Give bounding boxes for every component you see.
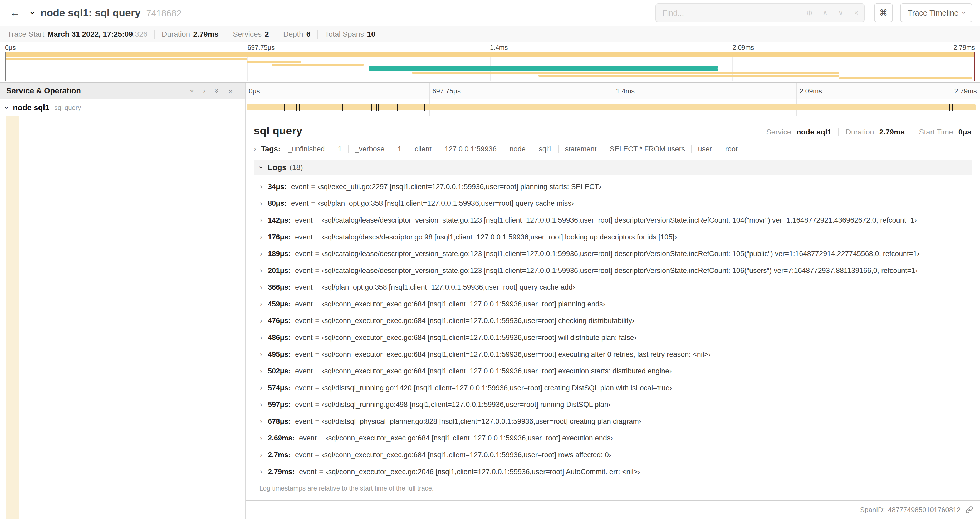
log-marker-tick	[371, 104, 372, 111]
log-marker-tick	[367, 104, 367, 111]
equals-sign: =	[315, 350, 319, 359]
minimap-span	[247, 61, 301, 63]
info-suffix: .326	[133, 30, 147, 38]
minimap-span	[369, 69, 718, 71]
collapse-all-icon[interactable]: »	[213, 89, 221, 93]
span-bar-cell[interactable]	[245, 99, 980, 116]
minimap-span	[369, 66, 718, 68]
log-field-key: event	[295, 367, 313, 375]
collapse-trace-chevron-icon[interactable]: ›	[28, 11, 38, 14]
chevron-right-icon: ›	[260, 417, 262, 425]
span-children-chevron-icon[interactable]: ›	[3, 107, 11, 109]
log-field-value: ‹sql/plan_opt.go:358 [nsql1,client=127.0…	[318, 199, 574, 208]
log-row[interactable]: › 678μs: event = ‹sql/distsql_physical_p…	[254, 413, 972, 430]
timeline-right-drag-line[interactable]	[975, 99, 976, 116]
span-table-header: Service & Operation › › » »	[0, 83, 245, 99]
log-row[interactable]: › 80μs: event = ‹sql/plan_opt.go:358 [ns…	[254, 195, 972, 212]
log-row[interactable]: › 34μs: event = ‹sql/exec_util.go:2297 […	[254, 178, 972, 195]
keyboard-shortcuts-button[interactable]: ⌘	[874, 3, 893, 22]
log-time: 495μs:	[268, 350, 291, 359]
span-bar[interactable]	[247, 104, 975, 110]
log-field-value: ‹sql/conn_executor_exec.go:684 [nsql1,cl…	[322, 300, 605, 308]
log-row[interactable]: › 597μs: event = ‹sql/distsql_running.go…	[254, 396, 972, 413]
minimap-canvas[interactable]	[5, 52, 975, 81]
prev-match-icon[interactable]: ∧	[817, 8, 833, 17]
log-time: 2.7ms:	[268, 451, 291, 459]
tags-accordion[interactable]: › Tags: _unfinished = 1 _verbose = 1 cli…	[254, 145, 972, 153]
minimap-span	[538, 75, 839, 77]
find-input[interactable]	[656, 4, 802, 22]
tag-value: 1	[338, 145, 342, 153]
timeline-header-row: Service & Operation › › » » 0μs697.75μs1…	[0, 83, 980, 99]
info-value: 2	[265, 30, 269, 38]
timeline-right-drag-line[interactable]	[975, 83, 976, 99]
logs-accordion-header[interactable]: › Logs (18)	[254, 160, 972, 175]
minimap-left-scrubber[interactable]	[5, 52, 6, 81]
log-row[interactable]: › 495μs: event = ‹sql/conn_executor_exec…	[254, 346, 972, 363]
next-match-icon[interactable]: ∨	[833, 8, 848, 17]
expand-one-icon[interactable]: ›	[203, 86, 205, 95]
equals-sign: =	[315, 267, 319, 275]
chevron-right-icon: ›	[260, 401, 262, 409]
trace-info-bar: Trace Start March 31 2022, 17:25:09 .326…	[0, 26, 980, 43]
trace-info-item: Depth 6	[276, 30, 317, 38]
log-row[interactable]: › 201μs: event = ‹sql/catalog/lease/desc…	[254, 262, 972, 279]
chevron-right-icon: ›	[260, 468, 262, 476]
log-row[interactable]: › 142μs: event = ‹sql/catalog/lease/desc…	[254, 212, 972, 228]
chevron-right-icon: ›	[260, 434, 262, 442]
equals-sign: =	[315, 233, 319, 241]
trace-minimap[interactable]: 0μs697.75μs1.4ms2.09ms2.79ms	[0, 43, 980, 83]
span-name-cell[interactable]: › node sql1 sql query	[0, 99, 245, 116]
minimap-span	[272, 64, 364, 65]
minimap-right-scrubber[interactable]	[974, 52, 975, 81]
chevron-right-icon: ›	[260, 334, 262, 342]
log-field-key: event	[295, 400, 313, 409]
equals-sign: =	[311, 182, 315, 191]
trace-view-selector-button[interactable]: Trace Timeline ›	[900, 3, 972, 22]
trace-info-item: Total Spans 10	[317, 30, 382, 38]
logs-footnote: Log timestamps are relative to the start…	[259, 484, 973, 492]
logs-list: › 34μs: event = ‹sql/exec_util.go:2297 […	[254, 175, 972, 480]
log-row[interactable]: › 476μs: event = ‹sql/conn_executor_exec…	[254, 313, 972, 329]
log-row[interactable]: › 486μs: event = ‹sql/conn_executor_exec…	[254, 329, 972, 346]
log-marker-tick	[293, 104, 293, 111]
chevron-right-icon: ›	[260, 216, 262, 224]
log-row[interactable]: › 176μs: event = ‹sql/catalog/descs/desc…	[254, 228, 972, 246]
tag-key: _verbose	[355, 145, 384, 153]
link-icon[interactable]	[966, 506, 973, 513]
log-time: 201μs:	[268, 267, 291, 275]
tags-label: Tags:	[261, 145, 280, 153]
log-row[interactable]: › 189μs: event = ‹sql/catalog/lease/desc…	[254, 245, 972, 262]
command-icon: ⌘	[879, 8, 888, 18]
equals-sign: =	[315, 384, 319, 392]
log-field-value: ‹sql/exec_util.go:2297 [nsql1,client=127…	[318, 182, 601, 191]
log-field-key: event	[295, 267, 313, 275]
log-row[interactable]: › 574μs: event = ‹sql/distsql_running.go…	[254, 380, 972, 396]
chevron-right-icon: ›	[260, 451, 262, 459]
log-row[interactable]: › 2.7ms: event = ‹sql/conn_executor_exec…	[254, 447, 972, 463]
log-marker-tick	[952, 104, 953, 111]
focus-matches-icon[interactable]: ⊕	[802, 8, 817, 17]
log-row[interactable]: › 2.79ms: event = ‹sql/conn_executor_exe…	[254, 463, 972, 480]
log-time: 2.79ms:	[268, 468, 295, 476]
trace-info-item: Duration 2.79ms	[154, 30, 226, 38]
log-row[interactable]: › 502μs: event = ‹sql/conn_executor_exec…	[254, 363, 972, 380]
span-row[interactable]: › node sql1 sql query	[0, 99, 980, 116]
log-marker-tick	[268, 104, 268, 111]
tag-value: 1	[398, 145, 401, 153]
timeline-tick-label: 2.09ms	[796, 87, 822, 95]
equals-sign: =	[601, 145, 605, 153]
log-row[interactable]: › 459μs: event = ‹sql/conn_executor_exec…	[254, 295, 972, 313]
info-label: Duration	[162, 30, 190, 38]
log-row[interactable]: › 2.69ms: event = ‹sql/conn_executor_exe…	[254, 430, 972, 447]
clear-search-icon[interactable]: ×	[848, 8, 864, 17]
span-id-value: 4877749850101760812	[888, 506, 961, 514]
logs-label: Logs	[268, 163, 286, 172]
expand-all-icon[interactable]: »	[228, 86, 232, 95]
collapse-one-icon[interactable]: ›	[188, 89, 197, 92]
chevron-right-icon: ›	[260, 233, 262, 241]
span-id-row: SpanID: 4877749850101760812	[245, 501, 980, 519]
find-group: ⊕ ∧ ∨ ×	[655, 3, 865, 22]
log-row[interactable]: › 366μs: event = ‹sql/plan_opt.go:358 [n…	[254, 279, 972, 296]
back-button[interactable]: ←	[6, 6, 24, 19]
